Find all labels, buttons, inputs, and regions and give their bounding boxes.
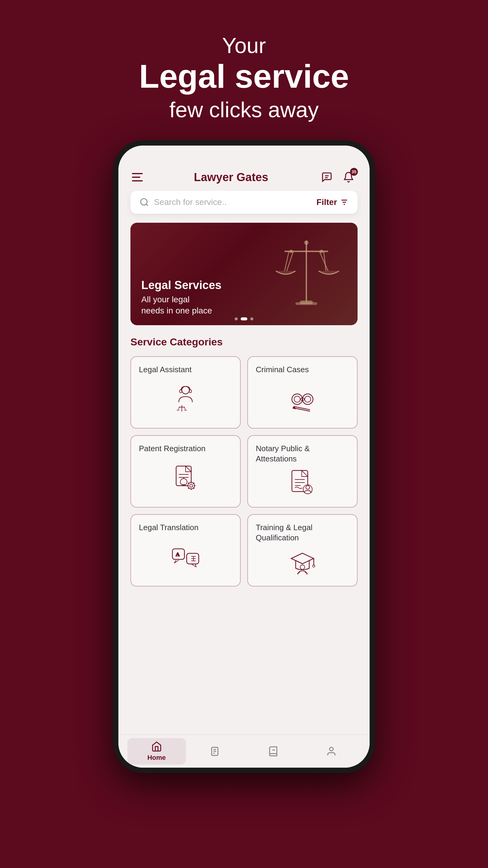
category-label: Patent Registration [139, 444, 205, 454]
category-label: Training & LegalQualification [256, 523, 313, 543]
dot-2 [241, 317, 247, 320]
svg-rect-14 [295, 302, 317, 305]
category-notary-public[interactable]: Notary Public &Attestations [247, 435, 358, 507]
bottom-nav: Home [119, 735, 369, 768]
svg-point-2 [141, 198, 147, 205]
scales-decoration [261, 232, 352, 310]
dot-3 [250, 317, 253, 320]
svg-rect-19 [180, 390, 182, 393]
profile-icon [326, 746, 337, 757]
phone-screen: Lawyer Gates 35 [119, 146, 369, 768]
banner-subtitle: All your legalneeds in one place [141, 294, 221, 316]
notary-icon [256, 467, 349, 498]
promo-banner: Legal Services All your legalneeds in on… [130, 223, 358, 325]
graduation-icon [256, 546, 349, 577]
svg-line-23 [178, 407, 180, 410]
svg-point-17 [320, 250, 324, 253]
banner-dots [235, 317, 253, 320]
svg-point-18 [182, 386, 190, 394]
svg-point-26 [294, 396, 300, 402]
category-legal-translation[interactable]: Legal Translation A [130, 514, 241, 587]
dot-1 [235, 317, 238, 320]
hero-section: Your Legal service few clicks away [139, 33, 349, 122]
nav-icons: 35 [319, 170, 356, 185]
tasks-icon [209, 746, 220, 757]
svg-point-28 [305, 396, 311, 402]
top-nav: Lawyer Gates 35 [119, 164, 369, 191]
category-label: Legal Translation [139, 523, 198, 533]
categories-grid: Legal Assistant [130, 356, 358, 587]
nav-tab-profile[interactable] [302, 743, 361, 760]
translation-icon: A [139, 536, 232, 577]
banner-text: Legal Services All your legalneeds in on… [130, 270, 232, 325]
nav-tab-library[interactable] [244, 743, 302, 760]
home-icon [151, 741, 162, 752]
notification-icon[interactable]: 35 [341, 170, 356, 185]
legal-assistant-icon [139, 378, 232, 419]
hero-line3: few clicks away [139, 97, 349, 122]
categories-title: Service Categories [130, 336, 358, 348]
status-bar [119, 146, 369, 164]
category-label: Legal Assistant [139, 365, 192, 375]
nav-tab-tasks[interactable] [186, 743, 244, 760]
svg-point-67 [300, 565, 305, 569]
svg-line-24 [184, 407, 186, 410]
svg-marker-64 [291, 553, 314, 564]
svg-line-32 [295, 408, 310, 411]
category-training-legal[interactable]: Training & LegalQualification [247, 514, 358, 587]
notification-badge: 35 [350, 168, 358, 176]
hero-line2: Legal service [139, 58, 349, 94]
search-placeholder[interactable]: Search for service.. [154, 197, 227, 207]
svg-point-15 [304, 241, 308, 245]
svg-rect-34 [176, 466, 191, 486]
app-title: Lawyer Gates [194, 171, 268, 184]
filter-button[interactable]: Filter [317, 197, 349, 207]
menu-icon[interactable] [132, 173, 143, 181]
svg-point-25 [292, 394, 302, 404]
svg-point-27 [302, 394, 313, 404]
search-icon [139, 197, 149, 207]
search-input-area[interactable]: Search for service.. [139, 197, 317, 207]
category-label: Notary Public &Attestations [256, 444, 310, 464]
svg-point-75 [330, 747, 333, 751]
nav-tab-home[interactable]: Home [127, 738, 186, 765]
category-legal-assistant[interactable]: Legal Assistant [130, 356, 241, 429]
search-bar: Search for service.. Filter [130, 191, 358, 214]
svg-rect-20 [190, 390, 192, 393]
svg-text:A: A [176, 551, 180, 557]
main-scroll: Search for service.. Filter [119, 191, 369, 735]
category-patent-registration[interactable]: Patent Registration [130, 435, 241, 507]
svg-point-16 [290, 250, 293, 253]
banner-title: Legal Services [141, 279, 221, 292]
filter-icon [340, 198, 349, 207]
nav-tab-home-label: Home [147, 754, 166, 762]
patent-icon [139, 457, 232, 498]
svg-line-31 [295, 407, 310, 410]
hero-line1: Your [139, 33, 349, 58]
library-icon [268, 746, 279, 757]
svg-line-10 [287, 251, 293, 271]
category-label: Criminal Cases [256, 365, 309, 375]
category-criminal-cases[interactable]: Criminal Cases [247, 356, 358, 429]
chat-icon[interactable] [319, 170, 334, 185]
phone-shell: Lawyer Gates 35 [113, 140, 375, 773]
svg-line-3 [146, 204, 148, 206]
svg-line-9 [285, 251, 289, 271]
criminal-cases-icon [256, 378, 349, 419]
